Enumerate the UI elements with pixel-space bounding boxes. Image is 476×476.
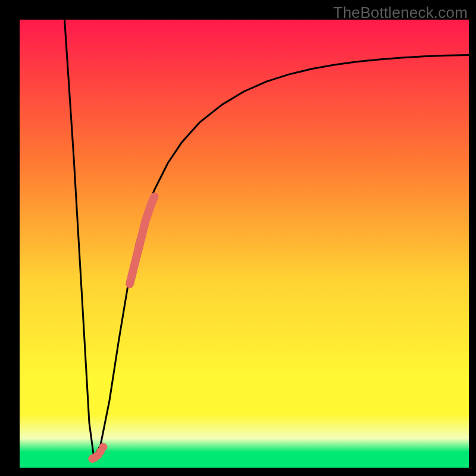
marker-set-low <box>99 443 107 451</box>
bottleneck-chart <box>20 20 469 468</box>
chart-frame: TheBottleneck.com <box>0 0 476 476</box>
watermark-text: TheBottleneck.com <box>333 4 468 22</box>
gradient-background <box>20 20 469 468</box>
